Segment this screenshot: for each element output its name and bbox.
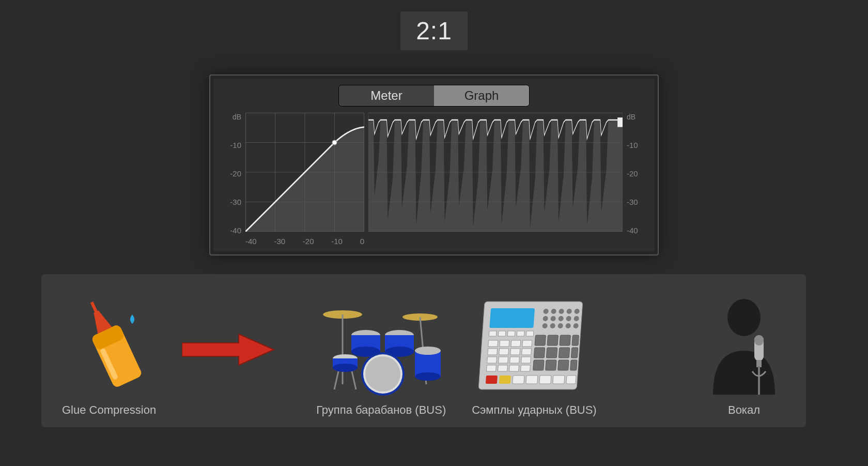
svg-rect-77 [522,340,532,347]
y-axis-left: dB -10 -20 -30 -40 [221,113,241,247]
svg-rect-61 [526,331,534,336]
svg-point-37 [333,364,358,372]
svg-rect-65 [572,335,579,345]
svg-rect-66 [534,348,545,358]
svg-rect-87 [498,365,507,371]
x-tick: -10 [331,237,343,246]
transfer-curve-plot: -40 -30 -20 -10 0 [245,113,364,247]
sampler-label: Сэмплы ударных (BUS) [472,403,596,417]
svg-rect-71 [546,360,556,370]
svg-rect-63 [547,335,558,345]
y-tick: -20 [627,169,638,178]
svg-point-7 [332,140,337,145]
compressor-panel: Meter Graph dB -10 -20 -30 -40 [209,74,659,255]
svg-rect-67 [546,348,557,358]
arrow-icon [182,282,275,417]
x-tick: -30 [274,237,285,246]
svg-rect-81 [522,349,532,355]
meter-graph-tabs: Meter Graph [338,85,530,107]
svg-rect-91 [499,375,511,384]
tab-meter[interactable]: Meter [339,85,434,106]
item-sampler: Сэмплы ударных (BUS) [472,294,596,417]
graph-body: dB -10 -20 -30 -40 [221,113,647,247]
svg-rect-95 [553,375,565,384]
y-tick: -40 [230,226,241,235]
vocal-label: Вокал [728,403,760,417]
svg-rect-70 [533,360,544,370]
drum-kit-icon [317,294,446,397]
gain-history-plot [368,113,623,247]
item-drums: Группа барабанов (BUS) [316,294,446,417]
svg-point-31 [415,372,441,381]
svg-rect-79 [499,349,509,355]
svg-rect-75 [500,340,509,347]
x-tick: -40 [245,237,257,246]
svg-rect-100 [756,360,762,367]
svg-rect-82 [487,357,497,363]
svg-rect-99 [754,335,764,345]
svg-rect-16 [90,302,98,313]
svg-rect-59 [507,331,515,336]
x-axis: -40 -30 -20 -10 0 [245,234,364,246]
svg-rect-57 [489,331,497,336]
svg-rect-94 [539,375,551,384]
svg-rect-68 [559,348,569,358]
svg-rect-58 [498,331,506,336]
glue-bottle-icon [68,294,150,397]
transfer-curve-svg [245,113,364,232]
y-tick: -10 [230,141,241,149]
svg-rect-74 [488,340,498,347]
svg-rect-84 [510,357,520,363]
tab-graph[interactable]: Graph [434,85,529,106]
svg-rect-90 [486,375,498,384]
svg-rect-101 [758,366,760,395]
svg-rect-60 [517,331,524,336]
item-vocal: Вокал [703,294,785,417]
item-glue: Glue Compression [62,294,156,417]
svg-rect-86 [486,365,496,371]
svg-rect-73 [570,360,577,370]
svg-rect-78 [488,349,498,355]
y-tick: -30 [230,198,241,206]
ratio-badge: 2:1 [400,11,468,50]
ratio-value: 2:1 [416,17,452,44]
svg-rect-62 [535,335,546,345]
svg-rect-88 [509,365,519,371]
y-tick: -30 [627,198,638,206]
y-tick: -10 [627,141,638,149]
svg-rect-83 [499,357,508,363]
svg-rect-96 [566,375,576,384]
svg-rect-89 [520,365,530,371]
svg-rect-76 [511,340,521,347]
tracks-row: Glue Compression [41,274,806,427]
svg-rect-41 [489,308,535,328]
svg-line-39 [352,371,356,389]
svg-rect-64 [560,335,570,345]
svg-rect-92 [513,375,524,384]
drums-label: Группа барабанов (BUS) [316,403,446,417]
x-tick: 0 [360,237,364,246]
svg-marker-18 [182,334,274,365]
y-unit-left: dB [233,113,241,121]
svg-line-38 [334,371,338,389]
y-tick: -40 [627,226,638,235]
svg-rect-69 [571,348,578,358]
svg-point-30 [415,347,441,355]
y-tick: -20 [230,169,241,178]
y-axis-right: dB -10 -20 -30 -40 [627,113,647,247]
glue-label: Glue Compression [62,403,156,417]
drum-machine-icon [477,294,591,397]
svg-point-34 [365,356,400,392]
y-unit-right: dB [627,113,636,121]
svg-rect-72 [558,360,569,370]
gain-history-svg [368,113,623,232]
svg-rect-12 [617,117,623,127]
svg-rect-93 [526,375,538,384]
svg-rect-85 [521,357,531,363]
svg-rect-80 [510,349,520,355]
x-tick: -20 [303,237,314,246]
vocal-icon [703,294,785,397]
